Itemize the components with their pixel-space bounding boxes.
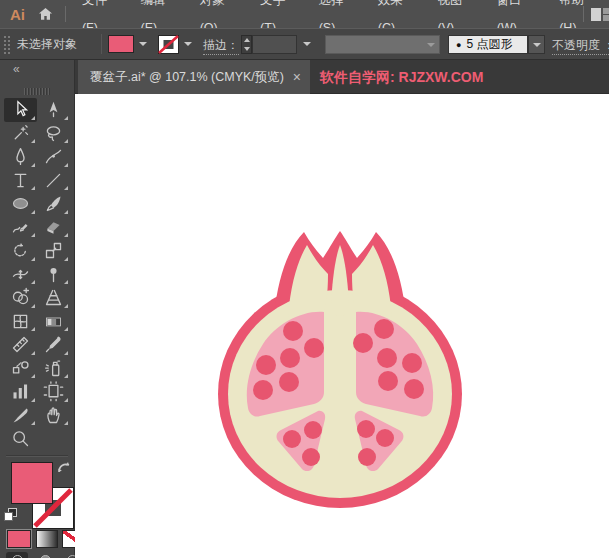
stepper-up-icon: [244, 38, 250, 42]
tool-hand[interactable]: [37, 404, 70, 428]
profile-chevron-icon: [427, 43, 435, 47]
pomegranate-seed: [302, 448, 320, 466]
artboard-icon: [43, 381, 64, 402]
column-graph-icon: [10, 381, 31, 402]
control-bar-grip[interactable]: [4, 36, 10, 54]
paintbrush-icon: [43, 193, 64, 214]
tool-slice[interactable]: [4, 404, 37, 428]
default-fill-stroke-button[interactable]: [3, 507, 18, 526]
tool-line-segment[interactable]: [37, 169, 70, 193]
stroke-chevron-icon[interactable]: [184, 42, 192, 46]
menubar-separator-right: [583, 6, 584, 22]
illustrator-window: Ai 文件(F)编辑(E)对象(O)文字(T)选择(S)效果(C)视图(V)窗口…: [0, 0, 609, 558]
pomegranate-seed: [304, 421, 322, 439]
pomegranate-seed: [358, 448, 376, 466]
stroke-weight-stepper[interactable]: [241, 35, 252, 54]
artboard-canvas[interactable]: [75, 94, 609, 558]
eyedropper-icon: [43, 334, 64, 355]
scale-icon: [43, 240, 64, 261]
brush-dot-icon: ●: [456, 40, 461, 50]
tool-column-graph[interactable]: [4, 380, 37, 404]
tab-close-button[interactable]: ×: [293, 70, 301, 84]
pomegranate-artwork[interactable]: [218, 230, 462, 508]
fill-chevron-icon[interactable]: [139, 42, 147, 46]
tool-mesh[interactable]: [4, 310, 37, 334]
selection-icon: [10, 99, 31, 120]
tool-paintbrush[interactable]: [37, 192, 70, 216]
document-tab[interactable]: 覆盆子.ai* @ 107.1% (CMYK/预览) ×: [78, 60, 310, 94]
document-tab-bar: 覆盆子.ai* @ 107.1% (CMYK/预览) × 软件自学网: RJZX…: [75, 60, 609, 94]
rotate-icon: [10, 240, 31, 261]
stroke-color-swatch[interactable]: [158, 35, 179, 58]
tool-rotate[interactable]: [4, 239, 37, 263]
brush-chevron-button[interactable]: [528, 35, 545, 54]
tool-gradient[interactable]: [37, 310, 70, 334]
home-button[interactable]: [38, 7, 53, 21]
tool-magic-wand[interactable]: [4, 122, 37, 146]
pomegranate-seed: [377, 348, 397, 368]
puppet-warp-icon: [43, 264, 64, 285]
brush-definition-value: 5 点圆形: [466, 36, 512, 53]
pomegranate-seed: [253, 380, 273, 400]
tool-selection[interactable]: [4, 98, 37, 122]
ellipse-icon: [10, 193, 31, 214]
stroke-weight-label[interactable]: 描边：: [203, 37, 239, 55]
home-icon: [38, 7, 53, 21]
perspective-grid-icon: [43, 287, 64, 308]
tool-ellipse[interactable]: [4, 192, 37, 216]
tool-perspective-grid[interactable]: [37, 286, 70, 310]
swap-arrows-icon: [56, 461, 72, 475]
workspace-switcher[interactable]: [583, 0, 609, 28]
pomegranate-seed: [256, 355, 276, 375]
tool-puppet-warp[interactable]: [37, 263, 70, 287]
direct-selection-icon: [43, 99, 64, 120]
tool-scale[interactable]: [37, 239, 70, 263]
tool-zoom[interactable]: [4, 427, 37, 451]
swap-fill-stroke-button[interactable]: [56, 461, 72, 479]
menubar-separator: [65, 6, 66, 22]
magic-wand-icon: [10, 123, 31, 144]
color-mode-button[interactable]: [7, 530, 31, 548]
tool-pencil[interactable]: [4, 216, 37, 240]
pomegranate-seed: [376, 429, 394, 447]
pomegranate-seed: [283, 321, 303, 341]
tool-width[interactable]: [4, 263, 37, 287]
selection-status: 未选择对象: [17, 29, 77, 59]
tool-direct-selection[interactable]: [37, 98, 70, 122]
tool-type[interactable]: [4, 169, 37, 193]
opacity-label[interactable]: 不透明度 ：: [552, 37, 609, 55]
tool-pen[interactable]: [4, 145, 37, 169]
tool-eyedropper[interactable]: [37, 333, 70, 357]
stroke-weight-input[interactable]: [252, 35, 297, 54]
tool-blend[interactable]: [4, 357, 37, 381]
control-bar-separator: [101, 34, 102, 54]
shape-builder-icon: [10, 287, 31, 308]
menu-bar: Ai 文件(F)编辑(E)对象(O)文字(T)选择(S)效果(C)视图(V)窗口…: [0, 0, 609, 28]
tool-shape-builder[interactable]: [4, 286, 37, 310]
tool-curvature[interactable]: [37, 145, 70, 169]
watermark-text: 软件自学网: RJZXW.COM: [320, 60, 483, 94]
pomegranate-seed: [404, 379, 424, 399]
fill-color-swatch[interactable]: [108, 35, 134, 53]
stroke-none-icon: [158, 35, 179, 54]
pomegranate-seed: [374, 319, 394, 339]
pencil-icon: [10, 217, 31, 238]
fill-indicator[interactable]: [11, 462, 53, 504]
tool-panel: «: [0, 60, 75, 558]
panel-grip[interactable]: [24, 88, 51, 95]
workspace-icon: [591, 8, 609, 21]
brush-definition-select[interactable]: ● 5 点圆形: [448, 35, 528, 54]
pomegranate-seed: [280, 348, 300, 368]
tool-lasso[interactable]: [37, 122, 70, 146]
zoom-icon: [10, 428, 31, 449]
tool-symbol-sprayer[interactable]: [37, 357, 70, 381]
slice-icon: [10, 405, 31, 426]
tool-artboard[interactable]: [37, 380, 70, 404]
panel-collapse-button[interactable]: «: [13, 62, 19, 76]
draw-normal-button[interactable]: [6, 552, 28, 558]
stroke-weight-chevron-icon[interactable]: [303, 42, 311, 46]
draw-behind-button[interactable]: [34, 552, 56, 558]
stepper-down-icon: [244, 47, 250, 51]
tool-measure[interactable]: [4, 333, 37, 357]
tool-eraser[interactable]: [37, 216, 70, 240]
